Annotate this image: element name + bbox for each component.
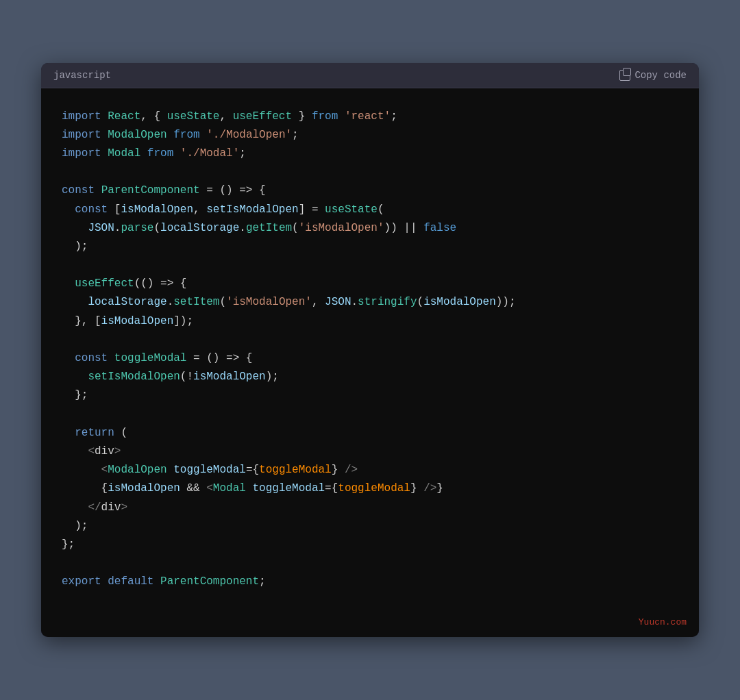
code-header: javascript Copy code — [41, 63, 699, 88]
language-label: javascript — [53, 70, 111, 81]
copy-code-button[interactable]: Copy code — [619, 70, 687, 81]
copy-icon — [619, 70, 630, 81]
watermark: Yuucn.com — [41, 610, 699, 637]
code-container: javascript Copy code import React, { use… — [41, 63, 699, 638]
copy-label: Copy code — [634, 70, 687, 81]
code-body: import React, { useState, useEffect } fr… — [41, 88, 699, 611]
code-block: import React, { useState, useEffect } fr… — [62, 108, 678, 592]
